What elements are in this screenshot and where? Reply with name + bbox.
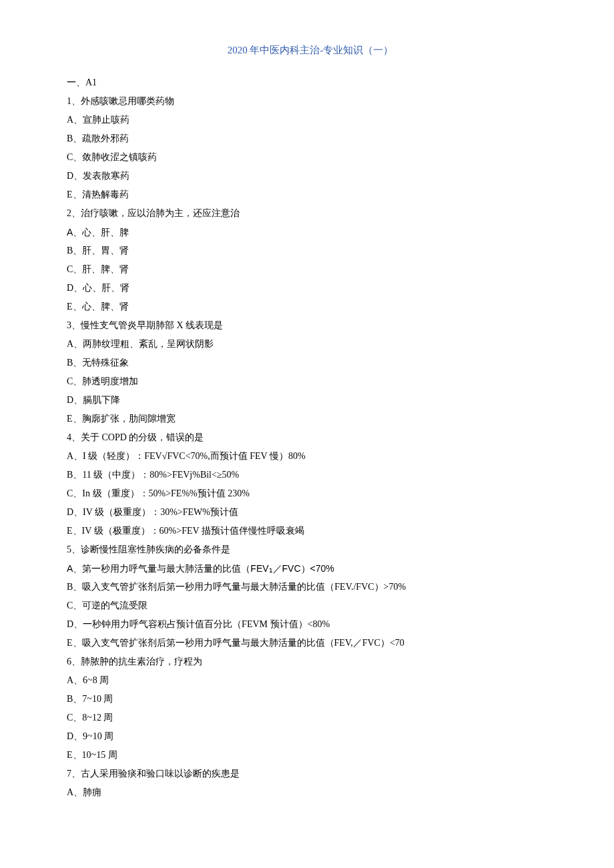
text-line: E、心、脾、肾 <box>67 298 554 316</box>
text-line: B、肝、胃、肾 <box>67 242 554 260</box>
text-line: 5、诊断慢性阻塞性肺疾病的必备条件是 <box>67 540 554 559</box>
text-line: B、无特殊征象 <box>67 354 554 372</box>
text-line: B、7~10 周 <box>67 690 554 709</box>
text-line: D、一秒钟用力呼气容积占预计值百分比（FEVM 预计值）<80% <box>67 615 554 634</box>
text-line: C、可逆的气流受限 <box>67 596 554 615</box>
text-line: A、心、肝、脾 <box>67 223 554 242</box>
text-line: A、I 级（轻度）：FEV√FVC<70%,而预计值 FEV 慢）80% <box>67 447 554 466</box>
text-line: 6、肺脓肿的抗生素治疗，疗程为 <box>67 653 554 671</box>
text-line: A、宣肺止咳药 <box>67 111 554 129</box>
text-line: C、8~12 周 <box>67 709 554 727</box>
text-line: D、发表散寒药 <box>67 167 554 185</box>
text-line: C、敛肺收涩之镇咳药 <box>67 148 554 167</box>
text-line: B、11 级（中度）：80%>FEVj%Bil<≥50% <box>67 466 554 484</box>
text-line: A、两肺纹理粗、紊乱，呈网状阴影 <box>67 335 554 354</box>
text-line: D、膈肌下降 <box>67 391 554 410</box>
text-line: 7、古人采用验痰和验口味以诊断的疾患是 <box>67 765 554 783</box>
text-line: B、吸入支气管扩张剂后第一秒用力呼气量与最大肺活量的比值（FEV./FVC）>7… <box>67 578 554 596</box>
text-line: C、肺透明度增加 <box>67 372 554 391</box>
text-line: D、IV 级（极重度）：30%>FEW%预计值 <box>67 503 554 522</box>
text-line: D、心、肝、肾 <box>67 279 554 298</box>
text-line: E、IV 级（极重度）：60%>FEV 描预计值伴慢性呼吸衰竭 <box>67 522 554 540</box>
text-line: A、6~8 周 <box>67 671 554 690</box>
document-title: 2020 年中医内科主治-专业知识（一） <box>67 40 554 60</box>
text-line: E、吸入支气管扩张剂后第一秒用力呼气量与最大肺活量的比值（FEV,／FVC）<7… <box>67 634 554 653</box>
text-line: 一、A1 <box>67 73 554 92</box>
text-line: E、清热解毒药 <box>67 185 554 204</box>
text-line: 3、慢性支气管炎早期肺部 X 线表现是 <box>67 316 554 335</box>
text-line: C、肝、脾、肾 <box>67 260 554 279</box>
text-line: 4、关于 COPD 的分级，错误的是 <box>67 428 554 447</box>
text-line: 2、治疗咳嗽，应以治肺为主，还应注意治 <box>67 204 554 223</box>
text-line: A、第一秒用力呼气量与最大肺活量的比值（FEV₁／FVC）<70% <box>67 559 554 578</box>
text-line: A、肺痈 <box>67 783 554 802</box>
text-line: D、9~10 周 <box>67 727 554 746</box>
text-line: B、疏散外邪药 <box>67 129 554 148</box>
document-body: 一、A11、外感咳嗽忌用哪类药物A、宣肺止咳药B、疏散外邪药C、敛肺收涩之镇咳药… <box>67 73 554 802</box>
text-line: 1、外感咳嗽忌用哪类药物 <box>67 92 554 111</box>
text-line: E、胸廓扩张，肋间隙增宽 <box>67 410 554 428</box>
text-line: E、10~15 周 <box>67 746 554 765</box>
text-line: C、In 级（重度）：50%>FE%%预计值 230% <box>67 484 554 503</box>
